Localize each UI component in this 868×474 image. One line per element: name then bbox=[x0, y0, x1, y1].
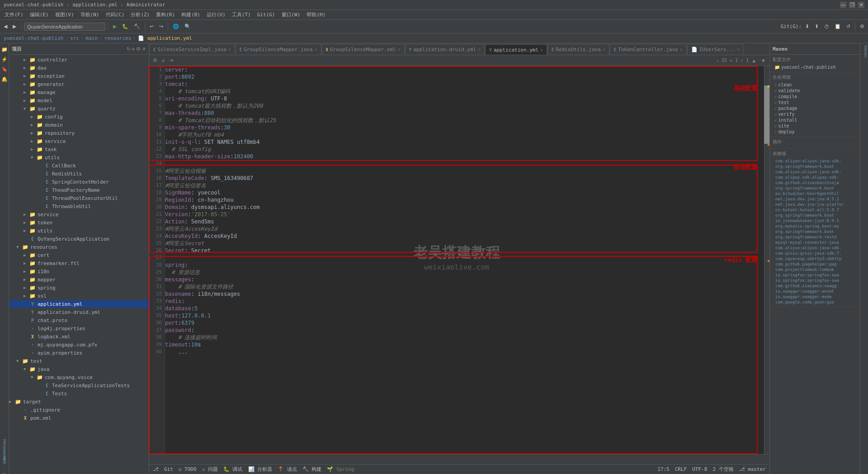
menu-item-W[interactable]: 窗口(W) bbox=[279, 10, 303, 19]
tab-close[interactable]: × bbox=[478, 47, 481, 52]
tab-close[interactable]: × bbox=[603, 47, 605, 52]
tree-item--gitignore[interactable]: ·.gitignore bbox=[9, 406, 149, 414]
dep-item-10[interactable]: org.springframework.boot bbox=[773, 213, 857, 218]
readpoint-btn[interactable]: 📍 读点 bbox=[278, 466, 297, 473]
menu-item-B[interactable]: 构建(B) bbox=[179, 10, 203, 19]
breadcrumb-part-4[interactable]: resources bbox=[104, 35, 132, 41]
bookmark-icon[interactable]: 🔖 bbox=[0, 65, 9, 73]
dep-item-2[interactable]: com.aliyun:aliyun-java-sdk- bbox=[773, 169, 857, 175]
persistence-icon[interactable]: Persistence bbox=[0, 446, 9, 454]
tree-item-i18n[interactable]: ▶📁i18n bbox=[9, 267, 149, 275]
menu-item-V[interactable]: 视图(V) bbox=[52, 10, 77, 19]
dep-item-11[interactable]: io.jsonwebtoken:jjwt:0.9.1 bbox=[773, 218, 857, 223]
tab-GroupSilenceMapper-java[interactable]: CGroupSilenceMapper.java× bbox=[236, 44, 321, 55]
git-update-button[interactable]: ⬇ bbox=[803, 23, 811, 30]
lifecycle-item-clean[interactable]: ✓clean bbox=[773, 82, 857, 88]
tree-item-com-quyang-voice[interactable]: ▼📁com.quyang.voice bbox=[9, 373, 149, 381]
lifecycle-item-validate[interactable]: ✓validate bbox=[773, 88, 857, 94]
tree-item-java[interactable]: ▼📁java bbox=[9, 365, 149, 373]
lifecycle-item-package[interactable]: ✓package bbox=[773, 105, 857, 111]
prev-error-btn[interactable]: ▲ bbox=[750, 57, 758, 64]
breadcrumb-part-3[interactable]: main bbox=[86, 35, 98, 41]
lifecycle-item-test[interactable]: ✓test bbox=[773, 100, 857, 105]
menu-item-F[interactable]: 文件(F) bbox=[2, 10, 26, 19]
dep-item-22[interactable]: io.springfox:springfox-swa bbox=[773, 278, 857, 283]
tree-item-model[interactable]: ▶📁model bbox=[9, 96, 149, 104]
menu-item-T[interactable]: 工具(T) bbox=[229, 10, 254, 19]
menu-item-E[interactable]: 编辑(E) bbox=[27, 10, 52, 19]
scroll-thumb[interactable] bbox=[764, 85, 769, 144]
next-error-btn[interactable]: ▼ bbox=[759, 57, 768, 64]
menu-item-Z[interactable]: 分析(Z) bbox=[128, 10, 152, 19]
dep-item-25[interactable]: io.swagger:swagger-mode bbox=[773, 294, 857, 299]
tab-TokenController-java[interactable]: CTokenController.java× bbox=[610, 44, 687, 55]
tree-item-target[interactable]: ▶📁target bbox=[9, 398, 149, 406]
dep-item-3[interactable]: com.alipay.sdk:alipay-sdk- bbox=[773, 175, 857, 180]
dep-item-23[interactable]: com.github.xiaoymin:swagg bbox=[773, 283, 857, 289]
todo-btn[interactable]: ☑ TODO bbox=[179, 466, 197, 472]
project-selector[interactable] bbox=[24, 23, 105, 31]
git-annotate-button[interactable]: 📋 bbox=[833, 23, 843, 30]
tree-item-ThrowableUtil[interactable]: CThrowableUtil bbox=[9, 202, 149, 210]
tree-item-mj-quyangapp-com-pfx[interactable]: ·mj.quyangapp.com.pfx bbox=[9, 341, 149, 349]
menu-item-R[interactable]: 重构(R) bbox=[153, 10, 178, 19]
tree-item-logback-xml[interactable]: Xlogback.xml bbox=[9, 332, 149, 341]
tree-item-manage[interactable]: ▶📁manage bbox=[9, 88, 149, 96]
tab-GroupSilenceMapper-xml[interactable]: XGroupSilenceMapper.xml× bbox=[322, 44, 405, 55]
tree-item-domain[interactable]: ▶📁domain bbox=[9, 121, 149, 129]
undo-button[interactable]: ↩ bbox=[148, 23, 156, 30]
menu-item-H[interactable]: 帮助(H) bbox=[304, 10, 328, 19]
tab-SilenceServiceImpl-java[interactable]: CSilenceServiceImpl.java× bbox=[149, 44, 235, 55]
build-btn[interactable]: 🔨 构建 bbox=[302, 466, 322, 473]
tree-item-TheadFactoryName[interactable]: CTheadFactoryName bbox=[9, 186, 149, 194]
tree-item-chat-proto[interactable]: Pchat.proto bbox=[9, 316, 149, 324]
right-scrollbar[interactable] bbox=[764, 66, 769, 454]
dep-item-6[interactable]: eu.bitwalker:UserAgentUtil bbox=[773, 191, 857, 196]
close-button[interactable]: ✕ bbox=[858, 2, 864, 8]
menu-item-U[interactable]: 运行(U) bbox=[204, 10, 228, 19]
tree-item-pom-xml[interactable]: Xpom.xml bbox=[9, 414, 149, 422]
breadcrumb-part-2[interactable]: src bbox=[70, 35, 79, 41]
web-icon[interactable]: Web bbox=[0, 456, 9, 464]
tree-item-resources[interactable]: ▼📁resources bbox=[9, 243, 149, 251]
dep-item-19[interactable]: com.github.pagehelper:pag bbox=[773, 261, 857, 267]
tree-item-CallBack[interactable]: CCallBack bbox=[9, 161, 149, 170]
editor-format-btn[interactable]: ≡ bbox=[160, 57, 166, 64]
tab-RedisUtils-java[interactable]: CRedisUtils.java× bbox=[547, 44, 609, 55]
tab-close[interactable]: × bbox=[228, 47, 231, 52]
code-editor[interactable]: server: port: 8092 tomcat: # tomcat的URI编… bbox=[165, 66, 764, 454]
debug-button[interactable]: 🐛 bbox=[120, 23, 130, 30]
lifecycle-item-verify[interactable]: ✓verify bbox=[773, 111, 857, 117]
tree-item-utils[interactable]: ▼📁utils bbox=[9, 153, 149, 161]
forward-button[interactable]: ▶ bbox=[11, 23, 18, 30]
dep-item-24[interactable]: io.swagger:swagger-annot bbox=[773, 289, 857, 294]
menu-item-N[interactable]: 导航(N) bbox=[78, 10, 102, 19]
analyzer-btn[interactable]: 📊 分析器 bbox=[248, 466, 273, 473]
tab-IUserServ---[interactable]: 📄IUserServ...× bbox=[687, 44, 744, 55]
dep-item-0[interactable]: com.aliyun:aliyun-java-sdk- bbox=[773, 158, 857, 164]
favorites-icon[interactable]: 收藏夹 bbox=[0, 466, 9, 474]
tree-item-QuYangServiceApplication[interactable]: CQuYangServiceApplication bbox=[9, 235, 149, 243]
settings-button[interactable]: ⚙ bbox=[858, 23, 866, 30]
build-button[interactable]: 🔨 bbox=[132, 23, 142, 30]
lifecycle-item-site[interactable]: ✓site bbox=[773, 123, 857, 129]
tree-item-Tests[interactable]: CTests bbox=[9, 389, 149, 398]
tree-item-freemarker-ftl[interactable]: ▶📁freemarker.ftl bbox=[9, 259, 149, 267]
breadcrumb-part-5[interactable]: 📄 application.yml bbox=[138, 35, 192, 41]
maximize-button[interactable]: ❐ bbox=[849, 2, 855, 8]
tree-item-RedisUtils[interactable]: CRedisUtils bbox=[9, 170, 149, 178]
tree-item-TeaServiceApplicationTests[interactable]: CTeaServiceApplicationTests bbox=[9, 381, 149, 389]
tree-item-application-druid-yml[interactable]: Yapplication-druid.yml bbox=[9, 308, 149, 316]
maven-icon[interactable]: Maven bbox=[861, 45, 868, 52]
lifecycle-item-install[interactable]: ✓install bbox=[773, 117, 857, 123]
tree-item-quartz[interactable]: ▼📁quartz bbox=[9, 104, 149, 113]
tree-item-cert[interactable]: ▶📁cert bbox=[9, 251, 149, 259]
git-history-button[interactable]: ⏱ bbox=[822, 23, 831, 30]
run-button[interactable]: ▶ bbox=[111, 23, 118, 30]
dep-item-16[interactable]: com.aliyun:aliyun-java-sdk- bbox=[773, 245, 857, 251]
tree-item-dao[interactable]: ▶📁dao bbox=[9, 64, 149, 72]
editor-indent-btn[interactable]: ⇥ bbox=[167, 57, 175, 64]
tree-item-mapper[interactable]: ▶📁mapper bbox=[9, 275, 149, 284]
dep-item-14[interactable]: org.springframework.restd bbox=[773, 234, 857, 240]
sync-button[interactable]: ↻ bbox=[127, 46, 131, 52]
